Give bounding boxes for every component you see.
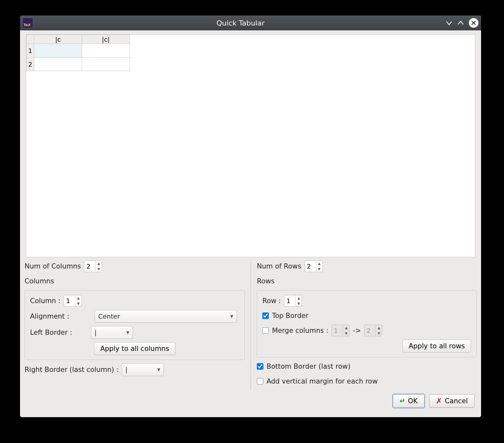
merge-from-stepper: ▲▼	[331, 325, 350, 336]
table-preview[interactable]: |c |c| 1 2	[26, 34, 475, 257]
controls-panel: Num of Columns ▲▼ Columns Column : ▲▼ Al…	[20, 257, 481, 392]
maximize-icon[interactable]	[457, 19, 464, 26]
num-rows-stepper[interactable]: ▲▼	[305, 260, 323, 272]
chevron-down-icon: ▼	[157, 367, 160, 372]
left-border-value: |	[94, 329, 97, 336]
stepper-up-icon: ▲	[343, 325, 349, 331]
stepper-down-icon: ▼	[343, 331, 349, 336]
cancel-icon: ✗	[436, 396, 442, 406]
merge-columns-label: Merge columns :	[272, 327, 328, 334]
left-border-label: Left Border :	[30, 329, 72, 336]
bottom-border-checkbox[interactable]: Bottom Border (last row)	[257, 363, 351, 370]
minimize-icon[interactable]	[446, 19, 453, 26]
top-border-checkbox[interactable]: Top Border	[262, 312, 309, 320]
chevron-down-icon: ▼	[230, 314, 233, 319]
row-header[interactable]: 2	[26, 58, 34, 71]
titlebar: TeX Quick Tabular	[20, 16, 481, 30]
stepper-up-icon[interactable]: ▲	[75, 295, 81, 301]
columns-section-label: Columns	[25, 277, 54, 285]
stepper-up-icon[interactable]: ▲	[296, 295, 302, 301]
dialog-footer: ↵ OK ✗ Cancel	[20, 392, 481, 413]
apply-all-columns-button[interactable]: Apply to all columns	[94, 342, 175, 355]
num-columns-input[interactable]	[84, 261, 95, 272]
left-border-select[interactable]: | ▼	[91, 326, 133, 339]
stepper-down-icon[interactable]: ▼	[316, 266, 322, 272]
vmargin-checkbox[interactable]: Add vertical margin for each row	[257, 377, 378, 385]
dialog-window: TeX Quick Tabular |c |c| 1 2	[20, 16, 481, 417]
right-border-label: Right Border (last column) :	[25, 366, 119, 374]
right-border-value: |	[125, 366, 128, 374]
vmargin-label: Add vertical margin for each row	[267, 377, 378, 385]
stepper-down-icon[interactable]: ▼	[296, 301, 302, 306]
stepper-down-icon[interactable]: ▼	[75, 301, 81, 306]
apply-all-rows-button[interactable]: Apply to all rows	[403, 340, 471, 353]
close-icon[interactable]	[469, 18, 478, 28]
rows-group: Row : ▲▼ Top Border Merge columns	[257, 290, 477, 357]
merge-columns-checkbox[interactable]: Merge columns :	[262, 327, 328, 334]
alignment-select[interactable]: Center ▼	[95, 310, 237, 323]
col-header[interactable]: |c|	[82, 35, 130, 44]
cancel-button[interactable]: ✗ Cancel	[429, 394, 475, 408]
column-index-input[interactable]	[64, 295, 75, 306]
bottom-border-label: Bottom Border (last row)	[267, 363, 351, 370]
chevron-down-icon: ▼	[126, 330, 129, 335]
grid-cell[interactable]	[82, 58, 130, 71]
stepper-up-icon[interactable]: ▲	[96, 261, 102, 266]
grid-cell[interactable]	[82, 44, 130, 58]
alignment-label: Alignment :	[30, 312, 91, 320]
top-border-label: Top Border	[272, 312, 309, 320]
merge-to-stepper: ▲▼	[364, 325, 382, 336]
grid-cell[interactable]	[34, 44, 82, 58]
alignment-value: Center	[98, 312, 120, 320]
merge-columns-input[interactable]	[262, 327, 269, 334]
row-index-label: Row :	[262, 297, 281, 305]
right-border-select[interactable]: | ▼	[122, 363, 164, 376]
window-controls	[446, 18, 478, 28]
column-index-stepper[interactable]: ▲▼	[64, 295, 82, 307]
rows-panel: Num of Rows ▲▼ Rows Row : ▲▼	[251, 260, 477, 390]
ok-label: OK	[408, 397, 417, 405]
stepper-up-icon: ▲	[376, 325, 382, 331]
ok-button[interactable]: ↵ OK	[393, 394, 425, 408]
top-border-input[interactable]	[262, 312, 269, 319]
preview-grid: |c |c| 1 2	[26, 35, 130, 71]
row-index-stepper[interactable]: ▲▼	[284, 295, 302, 307]
bottom-border-input[interactable]	[257, 363, 263, 370]
column-index-label: Column :	[30, 297, 60, 305]
window-title: Quick Tabular	[36, 19, 446, 27]
num-rows-input[interactable]	[305, 261, 316, 272]
cancel-label: Cancel	[445, 397, 468, 405]
rows-section-label: Rows	[257, 277, 275, 285]
num-columns-label: Num of Columns	[25, 262, 81, 270]
columns-group: Column : ▲▼ Alignment : Center ▼ Left Bo…	[25, 290, 245, 360]
vmargin-input[interactable]	[257, 378, 263, 385]
stepper-down-icon[interactable]: ▼	[96, 266, 102, 272]
merge-arrow-label: ->	[353, 327, 361, 334]
grid-corner	[26, 35, 34, 44]
stepper-down-icon: ▼	[376, 331, 382, 336]
num-columns-stepper[interactable]: ▲▼	[84, 260, 102, 272]
stepper-up-icon[interactable]: ▲	[316, 261, 322, 266]
columns-panel: Num of Columns ▲▼ Columns Column : ▲▼ Al…	[25, 260, 251, 390]
grid-cell[interactable]	[34, 58, 82, 71]
row-header[interactable]: 1	[26, 44, 34, 58]
col-header[interactable]: |c	[34, 35, 82, 44]
num-rows-label: Num of Rows	[257, 262, 301, 270]
row-index-input[interactable]	[284, 295, 295, 306]
app-logo-icon: TeX	[23, 18, 33, 28]
merge-from-input	[332, 325, 343, 336]
ok-icon: ↵	[400, 397, 405, 405]
merge-to-input	[364, 325, 375, 336]
